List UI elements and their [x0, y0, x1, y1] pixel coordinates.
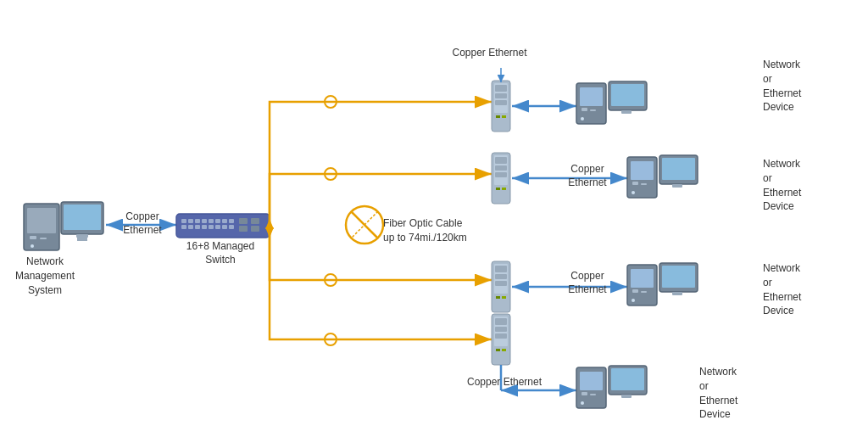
svg-rect-84 [621, 110, 632, 114]
svg-rect-83 [611, 84, 644, 106]
svg-rect-16 [215, 219, 220, 223]
svg-rect-108 [621, 395, 632, 398]
copper-ethernet-top-label: Copper Ethernet [449, 47, 530, 60]
svg-rect-64 [502, 296, 506, 299]
svg-rect-79 [581, 108, 587, 111]
svg-rect-71 [502, 349, 506, 351]
svg-rect-49 [496, 115, 500, 118]
svg-rect-48 [495, 100, 507, 105]
svg-rect-70 [496, 349, 500, 351]
svg-rect-94 [631, 269, 654, 288]
svg-rect-57 [502, 188, 506, 190]
svg-rect-19 [181, 225, 186, 229]
copper-ethernet-r2-label: CopperEthernet [554, 270, 620, 296]
svg-rect-104 [590, 394, 596, 395]
svg-rect-95 [632, 289, 638, 293]
svg-rect-50 [502, 115, 506, 118]
diagram-container: Network Management System CopperEthernet… [0, 0, 868, 437]
svg-rect-91 [662, 158, 695, 180]
svg-rect-100 [672, 292, 682, 295]
svg-rect-54 [495, 165, 507, 171]
svg-rect-67 [495, 318, 507, 325]
svg-rect-15 [209, 219, 214, 223]
svg-rect-30 [251, 226, 259, 232]
svg-rect-69 [495, 333, 507, 339]
svg-rect-11 [181, 219, 186, 223]
svg-rect-53 [495, 157, 507, 164]
svg-rect-28 [251, 218, 259, 224]
svg-point-97 [632, 299, 635, 302]
svg-rect-62 [495, 281, 507, 286]
svg-point-105 [581, 401, 584, 405]
svg-rect-23 [209, 225, 214, 229]
svg-rect-87 [632, 182, 638, 185]
ned-2-label: NetworkorEthernetDevice [763, 157, 835, 214]
nms-label: Network Management System [7, 255, 83, 297]
svg-rect-22 [202, 225, 207, 229]
svg-rect-3 [40, 238, 47, 239]
svg-rect-99 [662, 266, 695, 288]
svg-rect-24 [215, 225, 220, 229]
svg-rect-61 [495, 274, 507, 279]
fiber-optic-label: Fiber Optic Cableup to 74mi./120km [383, 216, 493, 245]
svg-rect-13 [195, 219, 200, 223]
svg-rect-80 [590, 109, 596, 111]
svg-rect-12 [188, 219, 193, 223]
svg-rect-63 [496, 296, 500, 299]
svg-rect-92 [672, 184, 682, 188]
svg-rect-78 [580, 87, 603, 106]
svg-rect-68 [495, 327, 507, 332]
svg-rect-27 [239, 218, 248, 224]
svg-rect-102 [580, 372, 603, 390]
svg-point-89 [632, 191, 635, 194]
svg-rect-103 [581, 392, 587, 395]
svg-rect-96 [641, 291, 647, 293]
svg-rect-18 [229, 219, 234, 223]
svg-rect-6 [64, 204, 101, 230]
svg-rect-88 [641, 183, 647, 185]
svg-rect-47 [495, 93, 507, 98]
svg-point-81 [581, 117, 584, 120]
ned-1-label: NetworkorEthernetDevice [763, 58, 835, 115]
ned-3-label: NetworkorEthernetDevice [763, 261, 835, 318]
ned-4-label: NetworkorEthernetDevice [699, 365, 771, 422]
svg-rect-17 [222, 219, 227, 223]
svg-rect-107 [611, 368, 644, 390]
svg-rect-21 [195, 225, 200, 229]
copper-ethernet-r1-label: CopperEthernet [554, 163, 620, 189]
svg-rect-1 [27, 208, 56, 233]
svg-rect-20 [188, 225, 193, 229]
svg-rect-29 [239, 226, 248, 232]
svg-rect-56 [496, 188, 500, 190]
svg-rect-2 [30, 236, 36, 239]
svg-rect-8 [77, 236, 87, 241]
copper-ethernet-left-label: CopperEthernet [113, 210, 172, 237]
svg-point-4 [31, 244, 34, 248]
svg-rect-14 [202, 219, 207, 223]
svg-rect-60 [495, 266, 507, 272]
svg-rect-26 [229, 225, 234, 229]
svg-rect-46 [495, 85, 507, 92]
svg-rect-86 [631, 161, 654, 180]
copper-ethernet-bottom-label: Copper Ethernet [462, 376, 547, 389]
switch-label: 16+8 ManagedSwitch [178, 240, 263, 266]
svg-rect-25 [222, 225, 227, 229]
svg-rect-55 [495, 172, 507, 177]
